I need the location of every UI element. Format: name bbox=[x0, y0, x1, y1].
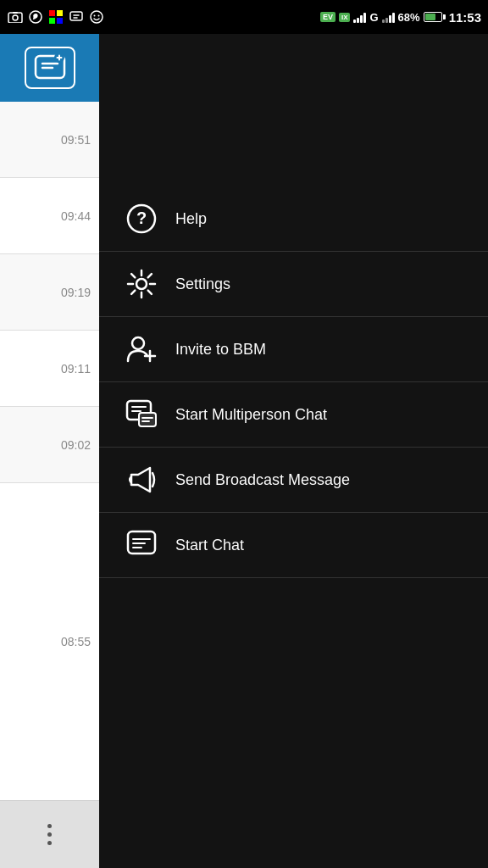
broadcast-icon bbox=[125, 463, 158, 497]
start-chat-label: Start Chat bbox=[175, 537, 244, 554]
ix-label: IX bbox=[339, 13, 351, 22]
three-dots-icon bbox=[47, 824, 52, 845]
svg-point-19 bbox=[132, 337, 144, 349]
time-label-3: 09:19 bbox=[61, 286, 91, 299]
list-item[interactable]: 09:51 bbox=[0, 102, 99, 178]
svg-rect-2 bbox=[13, 12, 18, 14]
svg-text:?: ? bbox=[136, 209, 147, 227]
svg-point-11 bbox=[98, 15, 100, 17]
sidebar-header[interactable] bbox=[0, 34, 99, 102]
list-item[interactable]: 08:55 bbox=[0, 483, 99, 800]
help-icon: ? bbox=[125, 202, 158, 236]
menu-item-help[interactable]: ? Help bbox=[99, 186, 488, 252]
status-left-icons bbox=[7, 8, 105, 25]
svg-marker-24 bbox=[131, 468, 150, 492]
signal-icon bbox=[353, 11, 366, 23]
screenshot-icon bbox=[7, 8, 24, 25]
context-menu: ? Help Settings bbox=[99, 34, 488, 868]
multiperson-icon bbox=[125, 398, 158, 431]
menu-item-broadcast[interactable]: Send Broadcast Message bbox=[99, 448, 488, 513]
battery-percent: 68% bbox=[398, 11, 420, 24]
settings-icon bbox=[125, 267, 158, 301]
svg-point-1 bbox=[13, 15, 18, 20]
svg-point-10 bbox=[94, 15, 96, 17]
svg-rect-0 bbox=[8, 13, 22, 23]
clock: 11:53 bbox=[449, 10, 481, 25]
menu-item-settings[interactable]: Settings bbox=[99, 252, 488, 317]
sidebar-times: 09:51 09:44 09:19 09:11 09:02 08:55 bbox=[0, 102, 99, 800]
broadcast-label: Send Broadcast Message bbox=[175, 471, 350, 489]
svg-rect-6 bbox=[49, 18, 55, 24]
status-right-info: EV IX G 68% 11:53 bbox=[320, 10, 481, 25]
svg-rect-7 bbox=[57, 18, 63, 24]
svg-rect-5 bbox=[57, 10, 63, 16]
svg-point-18 bbox=[136, 279, 147, 289]
help-label: Help bbox=[175, 210, 207, 228]
main-layout: 09:51 09:44 09:19 09:11 09:02 08:55 bbox=[0, 34, 488, 868]
status-bar: EV IX G 68% 11:53 bbox=[0, 0, 488, 34]
whatsapp-icon bbox=[27, 8, 44, 25]
time-label-5: 09:02 bbox=[61, 438, 91, 452]
ev-label: EV bbox=[320, 12, 336, 22]
menu-item-multiperson[interactable]: Start Multiperson Chat bbox=[99, 382, 488, 448]
bbm-status-icon bbox=[68, 8, 85, 25]
svg-rect-4 bbox=[49, 10, 55, 16]
list-item[interactable]: 09:19 bbox=[0, 254, 99, 331]
network-type: G bbox=[369, 11, 378, 24]
settings-label: Settings bbox=[175, 275, 230, 293]
list-item[interactable]: 09:44 bbox=[0, 178, 99, 254]
sidebar: 09:51 09:44 09:19 09:11 09:02 08:55 bbox=[0, 34, 99, 868]
svg-rect-23 bbox=[139, 413, 156, 426]
invite-icon bbox=[125, 332, 158, 366]
emoji-icon bbox=[88, 8, 105, 25]
list-item[interactable]: 09:11 bbox=[0, 331, 99, 407]
bbm-logo bbox=[25, 47, 75, 89]
time-label-6: 08:55 bbox=[61, 635, 91, 648]
menu-item-invite[interactable]: Invite to BBM bbox=[99, 317, 488, 382]
multiperson-label: Start Multiperson Chat bbox=[175, 406, 327, 424]
more-options-button[interactable] bbox=[0, 800, 99, 868]
battery-icon bbox=[424, 12, 442, 22]
svg-point-9 bbox=[91, 11, 103, 23]
chat-icon bbox=[125, 528, 158, 562]
svg-rect-8 bbox=[70, 12, 82, 20]
app-icon bbox=[47, 8, 64, 25]
time-label-2: 09:44 bbox=[61, 209, 91, 223]
time-label-1: 09:51 bbox=[61, 133, 91, 147]
list-item[interactable]: 09:02 bbox=[0, 407, 99, 483]
invite-label: Invite to BBM bbox=[175, 341, 266, 359]
menu-item-start-chat[interactable]: Start Chat bbox=[99, 513, 488, 578]
signal2-icon bbox=[382, 11, 395, 23]
time-label-4: 09:11 bbox=[61, 362, 91, 376]
